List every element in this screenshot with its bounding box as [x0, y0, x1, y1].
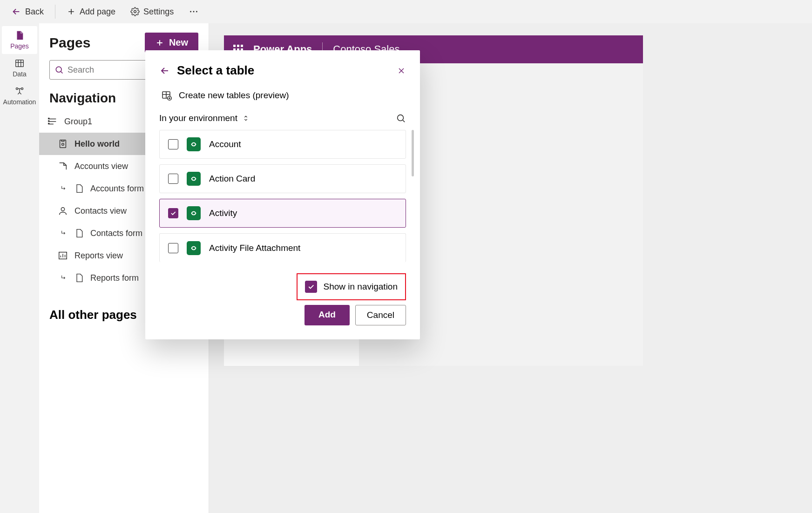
form-icon [74, 273, 84, 283]
back-label: Back [25, 7, 44, 17]
rail-item-data[interactable]: Data [2, 54, 37, 82]
more-horizontal-icon [189, 7, 199, 17]
form-icon [74, 184, 84, 193]
rail-label: Data [13, 70, 27, 78]
add-page-label: Add page [80, 7, 115, 17]
nav-label: Reports view [74, 251, 123, 261]
cancel-label: Cancel [367, 310, 394, 320]
close-icon[interactable] [397, 66, 406, 75]
new-button[interactable]: New [145, 33, 198, 53]
table-label: Activity File Attachment [209, 243, 300, 253]
modal-title: Select a table [177, 63, 390, 78]
sub-icon [61, 185, 68, 192]
form-icon [74, 229, 84, 238]
show-in-navigation-option[interactable]: Show in navigation [297, 273, 406, 300]
svg-point-6 [21, 88, 23, 89]
new-label: New [169, 37, 188, 48]
sub-icon [61, 274, 68, 282]
nav-label: Contacts form [90, 229, 142, 238]
svg-rect-10 [48, 123, 49, 124]
nav-label: Contacts view [74, 206, 127, 216]
more-button[interactable] [182, 4, 205, 20]
settings-button[interactable]: Settings [124, 4, 180, 20]
svg-rect-9 [48, 121, 49, 122]
table-row-activity-file-attachment[interactable]: Activity File Attachment [159, 233, 406, 262]
svg-point-2 [193, 11, 195, 13]
toolbar-separator [55, 5, 55, 19]
gear-icon [130, 7, 140, 16]
svg-point-12 [62, 143, 64, 146]
table-label: Account [209, 139, 241, 149]
env-label: In your environment [159, 113, 237, 123]
rail-item-pages[interactable]: Pages [2, 26, 37, 54]
back-button[interactable]: Back [5, 4, 50, 20]
checkbox[interactable] [168, 208, 178, 218]
svg-point-5 [16, 88, 18, 89]
arrow-left-icon [11, 7, 21, 17]
nav-label: Hello world [74, 139, 120, 149]
person-icon [58, 206, 68, 216]
plus-icon [67, 7, 76, 16]
checkbox[interactable] [168, 174, 178, 184]
search-icon [54, 65, 64, 74]
rail-label: Pages [10, 42, 29, 50]
table-plus-icon [161, 90, 172, 101]
custom-page-icon [58, 139, 68, 149]
table-label: Activity [209, 208, 237, 218]
table-row-action-card[interactable]: Action Card [159, 164, 406, 193]
view-icon [58, 161, 68, 171]
show-in-nav-label: Show in navigation [324, 282, 398, 292]
table-label: Action Card [209, 174, 255, 184]
add-button[interactable]: Add [304, 305, 350, 325]
page-icon [14, 30, 25, 40]
dataverse-icon [187, 241, 201, 255]
svg-point-17 [398, 115, 404, 121]
chart-icon [58, 250, 68, 261]
dataverse-icon [187, 137, 201, 151]
svg-rect-4 [16, 60, 24, 67]
create-new-label: Create new tables (preview) [179, 90, 289, 101]
table-icon [14, 58, 25, 68]
pages-title: Pages [49, 35, 90, 51]
rail-item-automation[interactable]: Automation [2, 82, 37, 110]
svg-rect-8 [48, 118, 49, 119]
dataverse-icon [187, 172, 201, 186]
nav-label: Accounts form [90, 184, 144, 194]
checkbox[interactable] [168, 139, 178, 149]
checkbox[interactable] [168, 243, 178, 253]
group-icon [47, 116, 58, 127]
svg-point-0 [134, 11, 136, 13]
checkbox[interactable] [305, 281, 317, 293]
sub-icon [61, 230, 68, 237]
nav-label: Group1 [64, 117, 92, 127]
svg-point-1 [190, 11, 191, 13]
add-label: Add [318, 310, 336, 319]
create-new-tables-button[interactable]: Create new tables (preview) [159, 88, 406, 103]
table-list: Account Action Card Activity Activity Fi… [159, 130, 406, 262]
table-row-account[interactable]: Account [159, 130, 406, 159]
add-page-button[interactable]: Add page [60, 4, 122, 20]
flow-icon [14, 86, 25, 96]
nav-label: Reports form [90, 273, 139, 283]
svg-point-13 [61, 208, 64, 211]
scrollbar[interactable] [412, 130, 414, 176]
arrow-left-icon[interactable] [159, 65, 170, 76]
svg-point-3 [196, 11, 197, 13]
select-table-modal: Select a table Create new tables (previe… [145, 50, 420, 339]
cancel-button[interactable]: Cancel [355, 305, 406, 325]
table-row-activity[interactable]: Activity [159, 199, 406, 228]
rail-label: Automation [3, 98, 36, 106]
search-icon[interactable] [396, 113, 406, 123]
dataverse-icon [187, 206, 201, 220]
top-toolbar: Back Add page Settings [0, 0, 812, 23]
left-rail: Pages Data Automation [0, 23, 39, 513]
svg-point-7 [56, 67, 61, 72]
plus-icon [155, 38, 164, 47]
nav-label: Accounts view [74, 162, 128, 171]
settings-label: Settings [143, 7, 174, 17]
sort-icon[interactable] [242, 115, 250, 122]
